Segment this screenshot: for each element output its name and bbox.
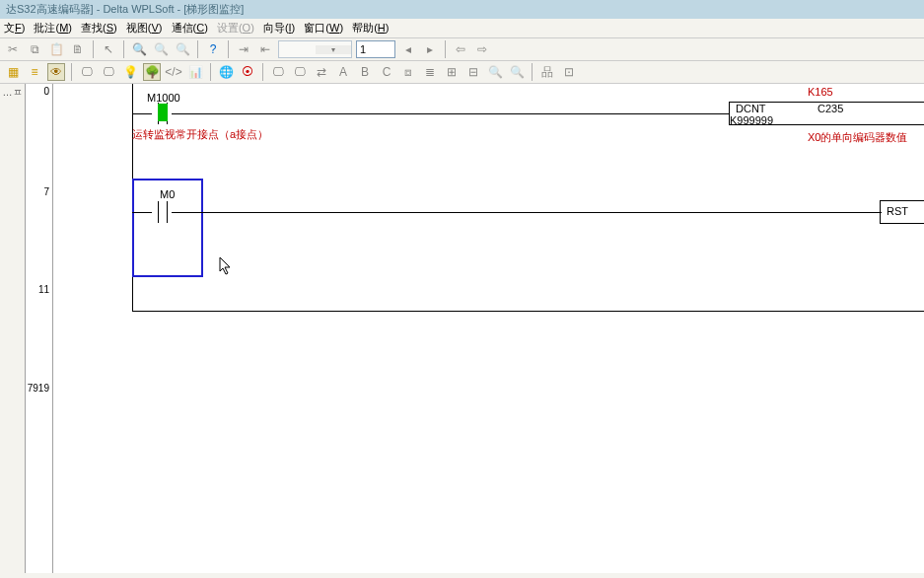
g-icon[interactable]: ⊟	[464, 63, 482, 81]
r0-op1: C235	[817, 103, 877, 114]
page-prev-icon[interactable]: ⇦	[452, 40, 469, 58]
menu-setup: 设置(O)	[217, 22, 254, 34]
mnemonic-view-icon[interactable]: ≡	[26, 63, 43, 81]
sidebar-collapsed[interactable]: …ㅍ	[0, 84, 26, 573]
find3-icon[interactable]: 🔍	[508, 63, 526, 81]
zoom-out-icon[interactable]: 🔍	[174, 40, 191, 58]
step-combo[interactable]: ▾	[278, 40, 352, 58]
ladder-canvas[interactable]: M1000 运转监视常开接点（a接点） K165 DCNT C235 K9999…	[53, 84, 924, 573]
title-bar: 达S32高速编码器] - Delta WPLSoft - [梯形图监控]	[0, 0, 924, 19]
menu-help[interactable]: 帮助(H)	[352, 22, 389, 34]
menu-file[interactable]: 文F)	[4, 22, 25, 34]
gutter-7: 7	[43, 186, 49, 197]
screen2-icon[interactable]: 🖵	[100, 63, 117, 81]
a-icon[interactable]: A	[334, 63, 352, 81]
zoom-icon[interactable]: 🔍	[130, 40, 148, 58]
r0-contact-on	[158, 104, 168, 121]
menu-edit[interactable]: 批注(M)	[34, 22, 72, 34]
tree-icon[interactable]: 🌳	[143, 63, 161, 81]
copy-icon[interactable]: ⧉	[26, 40, 43, 58]
gutter-0: 0	[43, 86, 49, 97]
chart-icon[interactable]: 📊	[186, 63, 204, 81]
ladder-view-icon[interactable]: ▦	[4, 63, 22, 81]
page-next-icon[interactable]: ⇨	[473, 40, 491, 58]
cursor-icon	[219, 256, 235, 276]
step-out-icon[interactable]: ⇤	[256, 40, 274, 58]
menu-find[interactable]: 查找(S)	[81, 22, 117, 34]
gutter-end: 7919	[28, 383, 49, 394]
dl1-icon[interactable]: 🖵	[269, 63, 287, 81]
r0-note2: X0的单向编码器数值	[808, 131, 867, 144]
code-icon[interactable]: </>	[165, 63, 182, 81]
cut-icon[interactable]: ✂	[4, 40, 22, 58]
r0-note1: 运转监视常开接点（a接点）	[132, 128, 191, 141]
toolbar-2: ▦ ≡ 👁 🖵 🖵 💡 🌳 </> 📊 🌐 ⦿ 🖵 🖵 ⇄ A B C ⧈ ≣ …	[0, 61, 924, 84]
d-icon[interactable]: ⧈	[399, 63, 417, 81]
r1-coil-label: M0	[160, 188, 175, 200]
end-icon[interactable]: ⊡	[560, 63, 578, 81]
toolbar-1: ✂ ⧉ 📋 🗎 ↖ 🔍 🔍 🔍 ? ⇥ ⇤ ▾ 1 ◂ ▸ ⇦ ⇨	[0, 38, 924, 61]
step-number[interactable]: 1	[356, 40, 395, 58]
menu-comm[interactable]: 通信(C)	[172, 22, 208, 34]
cmp-icon[interactable]: ⇄	[313, 63, 330, 81]
cursor-icon[interactable]: ↖	[100, 40, 117, 58]
r0-instr: DCNT	[736, 103, 795, 114]
menu-window[interactable]: 窗口(W)	[304, 22, 343, 34]
c-icon[interactable]: C	[378, 63, 395, 81]
menu-bar: 文F) 批注(M) 查找(S) 视图(V) 通信(C) 设置(O) 向导(I) …	[0, 19, 924, 38]
e-icon[interactable]: ≣	[421, 63, 439, 81]
lamp-icon[interactable]: 💡	[121, 63, 139, 81]
r1-contact[interactable]	[152, 201, 174, 223]
line-gutter: 0 7 11 7919	[26, 84, 53, 573]
paste-icon[interactable]: 📋	[47, 40, 65, 58]
net-icon[interactable]: 品	[538, 63, 556, 81]
monitor-icon[interactable]: 👁	[47, 63, 65, 81]
step-in-icon[interactable]: ⇥	[235, 40, 252, 58]
prev-icon[interactable]: ◂	[399, 40, 417, 58]
zoom-in-icon[interactable]: 🔍	[152, 40, 170, 58]
f-icon[interactable]: ⊞	[443, 63, 461, 81]
help-icon[interactable]: ?	[204, 40, 222, 58]
globe-icon[interactable]: 🌐	[217, 63, 235, 81]
stop-icon[interactable]: ⦿	[239, 63, 256, 81]
gutter-11: 11	[38, 284, 49, 295]
r0-instruction[interactable]: DCNT C235 K999999	[729, 102, 924, 125]
b-icon[interactable]: B	[356, 63, 374, 81]
menu-wizard[interactable]: 向导(I)	[263, 22, 295, 34]
next-icon[interactable]: ▸	[421, 40, 439, 58]
r0-op2: K999999	[730, 114, 789, 126]
dl2-icon[interactable]: 🖵	[291, 63, 309, 81]
find2-icon[interactable]: 🔍	[486, 63, 504, 81]
menu-view[interactable]: 视图(V)	[126, 22, 163, 34]
r0-k: K165	[808, 86, 833, 98]
r1-out[interactable]: RST	[880, 200, 924, 224]
screen-icon[interactable]: 🖵	[78, 63, 96, 81]
doc-icon[interactable]: 🗎	[69, 40, 87, 58]
